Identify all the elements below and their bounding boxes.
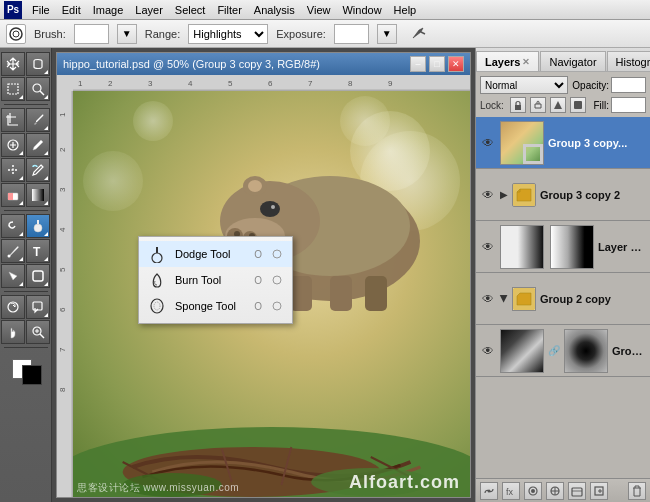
tool-3d-rotate[interactable] bbox=[1, 295, 25, 319]
delete-layer-btn[interactable] bbox=[628, 482, 646, 500]
tool-marquee-rect[interactable] bbox=[1, 77, 25, 101]
color-swatches[interactable] bbox=[8, 355, 44, 385]
tool-crop[interactable] bbox=[1, 108, 25, 132]
tool-annotation[interactable] bbox=[26, 295, 50, 319]
layer-collapse-arrow[interactable]: ▶ bbox=[500, 189, 508, 200]
lock-position-btn[interactable] bbox=[550, 97, 566, 113]
layer-eye-group4[interactable]: 👁 bbox=[480, 343, 496, 359]
brush-size-arrow[interactable]: ▼ bbox=[117, 24, 137, 44]
layer-thumb-group3copy2 bbox=[512, 183, 536, 207]
range-select[interactable]: Highlights Shadows Midtones bbox=[188, 24, 268, 44]
add-group-btn[interactable] bbox=[568, 482, 586, 500]
panel-footer: fx bbox=[476, 478, 650, 502]
lock-image-btn[interactable] bbox=[530, 97, 546, 113]
lock-transparent-btn[interactable] bbox=[510, 97, 526, 113]
brush-label: Brush: bbox=[34, 28, 66, 40]
layer-item-group2copy[interactable]: 👁 ▶ Group 2 copy bbox=[476, 273, 650, 325]
tool-dodge[interactable] bbox=[26, 214, 50, 238]
tab-layers[interactable]: Layers ✕ bbox=[476, 51, 539, 71]
add-mask-btn[interactable] bbox=[524, 482, 542, 500]
doc-close-btn[interactable]: ✕ bbox=[448, 56, 464, 72]
svg-rect-66 bbox=[572, 488, 582, 496]
tool-path-selection[interactable] bbox=[1, 264, 25, 288]
menu-file[interactable]: File bbox=[26, 2, 56, 18]
menu-select[interactable]: Select bbox=[169, 2, 212, 18]
opacity-label: Opacity: bbox=[572, 80, 609, 91]
tool-healing[interactable] bbox=[1, 133, 25, 157]
menu-filter[interactable]: Filter bbox=[211, 2, 247, 18]
blend-mode-select[interactable]: Normal Multiply Screen Overlay bbox=[480, 76, 568, 94]
exposure-arrow[interactable]: ▼ bbox=[377, 24, 397, 44]
canvas-area: hippo_tutorial.psd @ 50% (Group 3 copy 3… bbox=[52, 48, 475, 502]
layer-eye-group2copy[interactable]: 👁 bbox=[480, 291, 496, 307]
layer-item-group4[interactable]: 👁 🔗 Group 4 ... bbox=[476, 325, 650, 377]
document-title: hippo_tutorial.psd @ 50% (Group 3 copy 3… bbox=[63, 58, 320, 70]
menu-image[interactable]: Image bbox=[87, 2, 130, 18]
tool-brush[interactable] bbox=[26, 133, 50, 157]
menu-layer[interactable]: Layer bbox=[129, 2, 169, 18]
menu-edit[interactable]: Edit bbox=[56, 2, 87, 18]
tool-lasso[interactable] bbox=[26, 52, 50, 76]
airbrush-btn[interactable] bbox=[409, 24, 427, 44]
brush-size-input[interactable]: 300 bbox=[74, 24, 109, 44]
tab-navigator[interactable]: Navigator bbox=[540, 51, 605, 71]
svg-point-39 bbox=[248, 180, 262, 192]
menu-window[interactable]: Window bbox=[336, 2, 387, 18]
lock-all-btn[interactable] bbox=[570, 97, 586, 113]
tool-quick-selection[interactable] bbox=[26, 77, 50, 101]
dodge-icon bbox=[147, 244, 167, 264]
options-bar: Brush: 300 ▼ Range: Highlights Shadows M… bbox=[0, 20, 650, 48]
menu-view[interactable]: View bbox=[301, 2, 337, 18]
layer-item-group3copy3[interactable]: 👁 Group 3 copy... bbox=[476, 117, 650, 169]
watermark-left: 思客设计论坛 www.missyuan.com bbox=[77, 481, 239, 495]
tool-zoom[interactable] bbox=[26, 320, 50, 344]
layer-item-group3copy2[interactable]: 👁 ▶ Group 3 copy 2 bbox=[476, 169, 650, 221]
tool-eyedropper[interactable] bbox=[26, 108, 50, 132]
link-layers-btn[interactable] bbox=[480, 482, 498, 500]
tool-clone[interactable] bbox=[1, 158, 25, 182]
doc-restore-btn[interactable]: □ bbox=[429, 56, 445, 72]
add-style-btn[interactable]: fx bbox=[502, 482, 520, 500]
svg-text:fx: fx bbox=[506, 487, 514, 497]
tool-hand[interactable] bbox=[1, 320, 25, 344]
add-layer-btn[interactable] bbox=[590, 482, 608, 500]
exposure-input[interactable]: 15% bbox=[334, 24, 369, 44]
layers-panel: Layers ✕ Navigator Histogram Normal Mult… bbox=[475, 48, 650, 502]
fill-input[interactable]: 100% bbox=[611, 97, 646, 113]
layer-eye-group3copy3[interactable]: 👁 bbox=[480, 135, 496, 151]
layer-eye-group3copy2[interactable]: 👁 bbox=[480, 187, 496, 203]
ctx-burn-shortcut: O bbox=[254, 275, 262, 286]
canvas-image-area[interactable]: 思客设计论坛 www.missyuan.com Alfoart.com Dodg… bbox=[73, 91, 470, 497]
svg-text:2: 2 bbox=[108, 79, 113, 88]
add-adjustment-btn[interactable] bbox=[546, 482, 564, 500]
ruler-horizontal: 1 2 3 4 5 6 7 8 9 bbox=[73, 75, 470, 91]
ctx-item-dodge[interactable]: Dodge Tool O bbox=[139, 241, 292, 267]
tab-histogram[interactable]: Histogram bbox=[607, 51, 650, 71]
tool-move[interactable] bbox=[1, 52, 25, 76]
tool-shape[interactable] bbox=[26, 264, 50, 288]
opacity-input[interactable]: 100% bbox=[611, 77, 646, 93]
layer-thumb-group4-img bbox=[500, 329, 544, 373]
tool-gradient[interactable] bbox=[26, 183, 50, 207]
layer-item-layer2copy3[interactable]: 👁 Layer 2 copy 3 bbox=[476, 221, 650, 273]
exposure-label: Exposure: bbox=[276, 28, 326, 40]
layer-expand-arrow[interactable]: ▶ bbox=[499, 295, 510, 303]
tool-blur[interactable] bbox=[1, 214, 25, 238]
ctx-item-sponge[interactable]: Sponge Tool O bbox=[139, 293, 292, 319]
brush-preset-picker[interactable] bbox=[6, 24, 26, 44]
tab-layers-close[interactable]: ✕ bbox=[522, 57, 530, 67]
tool-pen[interactable] bbox=[1, 239, 25, 263]
layer-eye-layer2copy3[interactable]: 👁 bbox=[480, 239, 496, 255]
menu-analysis[interactable]: Analysis bbox=[248, 2, 301, 18]
menu-help[interactable]: Help bbox=[388, 2, 423, 18]
tool-history-brush[interactable] bbox=[26, 158, 50, 182]
layer-info-group3copy2: Group 3 copy 2 bbox=[540, 189, 646, 201]
watermark-right: Alfoart.com bbox=[349, 472, 460, 493]
svg-text:T: T bbox=[33, 245, 41, 258]
doc-minimize-btn[interactable]: – bbox=[410, 56, 426, 72]
ruler-vertical: 1 2 3 4 5 6 7 8 bbox=[57, 91, 73, 497]
tool-eraser[interactable] bbox=[1, 183, 25, 207]
tool-type[interactable]: T bbox=[26, 239, 50, 263]
svg-point-9 bbox=[8, 255, 11, 258]
ctx-item-burn[interactable]: Burn Tool O bbox=[139, 267, 292, 293]
